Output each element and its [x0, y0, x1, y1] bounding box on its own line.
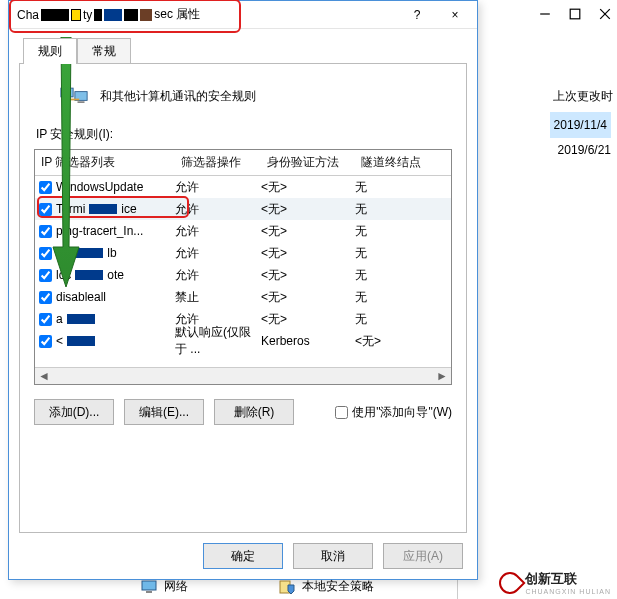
scroll-left-icon[interactable]: ◄ [37, 369, 51, 383]
row-checkbox[interactable] [39, 291, 52, 304]
table-row[interactable]: disableall禁止<无>无 [35, 286, 451, 308]
use-wizard-checkbox[interactable]: 使用"添加向导"(W) [335, 404, 452, 421]
row-checkbox[interactable] [39, 181, 52, 194]
scroll-right-icon[interactable]: ► [435, 369, 449, 383]
redacted-block [89, 204, 117, 214]
row-name: WindowsUpdate [56, 180, 143, 194]
edit-button[interactable]: 编辑(E)... [124, 399, 204, 425]
row-action: 禁止 [175, 289, 261, 306]
row-auth: Kerberos [261, 334, 355, 348]
col-tunnel-endpoint[interactable]: 隧道终结点 [355, 150, 449, 175]
ip-rules-listbox: IP 筛选器列表 筛选器操作 身份验证方法 隧道终结点 WindowsUpdat… [34, 149, 452, 385]
bg-column-header: 上次更改时 [553, 88, 613, 105]
row-name: ping-tracert_In... [56, 224, 143, 238]
svg-rect-1 [570, 9, 580, 19]
redacted-block [67, 336, 95, 346]
svg-rect-4 [61, 88, 73, 97]
table-row[interactable]: Termiice允许<无>无 [35, 198, 451, 220]
minimize-icon[interactable] [539, 8, 551, 23]
help-button[interactable]: ? [403, 5, 431, 25]
redacted-block [67, 314, 95, 324]
table-row[interactable]: locote允许<无>无 [35, 264, 451, 286]
row-auth: <无> [261, 245, 355, 262]
rules-description: 和其他计算机通讯的安全规则 [100, 88, 256, 105]
row-tunnel: <无> [355, 333, 449, 350]
network-item[interactable]: 网络 [140, 578, 188, 595]
bg-date-list: 2019/11/4 2019/6/21 [550, 112, 611, 162]
tab-body: 和其他计算机通讯的安全规则 IP 安全规则(I): IP 筛选器列表 筛选器操作… [19, 63, 467, 533]
redacted-block [94, 9, 102, 21]
row-auth: <无> [261, 267, 355, 284]
redacted-block [140, 9, 152, 21]
svg-rect-10 [146, 591, 152, 593]
dialog-titlebar: Cha ty sec 属性 ? × [9, 1, 477, 29]
table-row[interactable]: loclb允许<无>无 [35, 242, 451, 264]
shield-icon [278, 579, 296, 595]
dialog-footer-buttons: 确定 取消 应用(A) [203, 543, 463, 569]
row-tunnel: 无 [355, 201, 449, 218]
row-checkbox[interactable] [39, 335, 52, 348]
row-action: 允许 [175, 179, 261, 196]
cancel-button[interactable]: 取消 [293, 543, 373, 569]
horizontal-scrollbar[interactable]: ◄ ► [35, 367, 451, 384]
ip-rules-label: IP 安全规则(I): [36, 126, 452, 143]
redacted-block [104, 9, 122, 21]
row-auth: <无> [261, 201, 355, 218]
wizard-checkbox-input[interactable] [335, 406, 348, 419]
row-tunnel: 无 [355, 179, 449, 196]
row-name: loc [56, 268, 71, 282]
row-name: a [56, 312, 63, 326]
row-tunnel: 无 [355, 223, 449, 240]
network-icon [140, 579, 158, 595]
row-action: 默认响应(仅限于 ... [175, 324, 261, 358]
remove-button[interactable]: 删除(R) [214, 399, 294, 425]
col-auth-method[interactable]: 身份验证方法 [261, 150, 355, 175]
row-checkbox[interactable] [39, 313, 52, 326]
add-button[interactable]: 添加(D)... [34, 399, 114, 425]
col-filter-list[interactable]: IP 筛选器列表 [35, 150, 175, 175]
row-tunnel: 无 [355, 245, 449, 262]
close-icon[interactable] [599, 8, 611, 23]
svg-rect-7 [78, 101, 85, 103]
col-filter-action[interactable]: 筛选器操作 [175, 150, 261, 175]
row-name: disableall [56, 290, 106, 304]
tab-rules[interactable]: 规则 [23, 38, 77, 64]
bg-date-row[interactable]: 2019/6/21 [550, 138, 611, 162]
redacted-block [75, 270, 103, 280]
maximize-icon[interactable] [569, 8, 581, 23]
redacted-block [71, 9, 81, 21]
row-action: 允许 [175, 201, 261, 218]
row-checkbox[interactable] [39, 269, 52, 282]
list-header: IP 筛选器列表 筛选器操作 身份验证方法 隧道终结点 [35, 150, 451, 176]
dialog-title: Cha ty sec 属性 [17, 6, 200, 23]
computers-icon [60, 84, 88, 108]
logo-mark-icon [495, 567, 526, 598]
row-tunnel: 无 [355, 311, 449, 328]
table-row[interactable]: ping-tracert_In...允许<无>无 [35, 220, 451, 242]
table-row[interactable]: <默认响应(仅限于 ...Kerberos<无> [35, 330, 451, 352]
row-checkbox[interactable] [39, 203, 52, 216]
table-row[interactable]: WindowsUpdate允许<无>无 [35, 176, 451, 198]
bgwin-titlebar [458, 0, 617, 30]
tab-strip: 规则 常规 [9, 37, 477, 63]
tab-general[interactable]: 常规 [77, 38, 131, 64]
row-action: 允许 [175, 245, 261, 262]
redacted-block [75, 248, 103, 258]
row-auth: <无> [261, 179, 355, 196]
bg-date-row[interactable]: 2019/11/4 [550, 112, 611, 138]
row-auth: <无> [261, 289, 355, 306]
row-action: 允许 [175, 267, 261, 284]
row-name: Termi [56, 202, 85, 216]
bottom-strip: 网络 本地安全策略 [140, 578, 374, 595]
svg-rect-9 [142, 581, 156, 590]
local-security-policy-item[interactable]: 本地安全策略 [278, 578, 374, 595]
list-rows: WindowsUpdate允许<无>无Termiice允许<无>无ping-tr… [35, 176, 451, 366]
row-checkbox[interactable] [39, 225, 52, 238]
row-checkbox[interactable] [39, 247, 52, 260]
apply-button[interactable]: 应用(A) [383, 543, 463, 569]
close-button[interactable]: × [441, 5, 469, 25]
ok-button[interactable]: 确定 [203, 543, 283, 569]
row-tunnel: 无 [355, 289, 449, 306]
row-action: 允许 [175, 223, 261, 240]
row-tunnel: 无 [355, 267, 449, 284]
